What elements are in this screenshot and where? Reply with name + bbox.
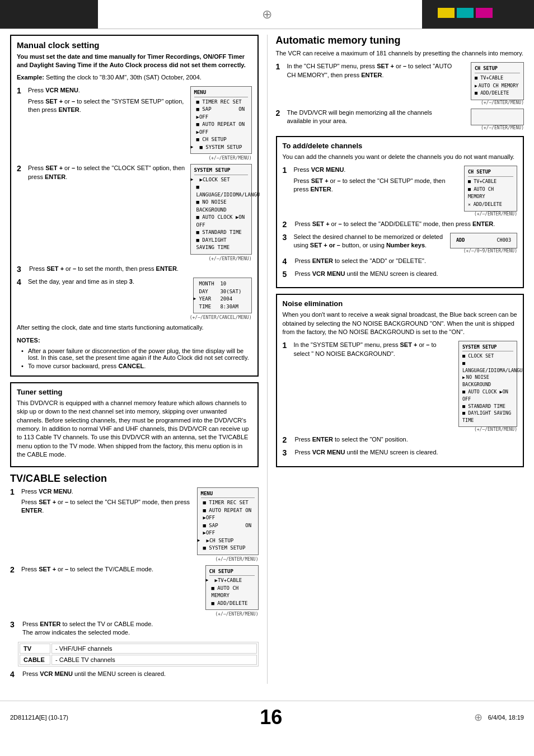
note-1: • After a power failure or disconnection… <box>17 348 252 361</box>
after-clock-text: After setting the clock, date and time s… <box>17 323 252 332</box>
ad-step-5: 5 Press VCR MENU until the MENU screen i… <box>283 270 518 279</box>
ad-step-3: 3 Select the desired channel to be memor… <box>283 233 518 253</box>
menu-screen-2: SYSTEM SETUP ▶CLOCK SET ■ LANGUAGE/IDIOM… <box>190 164 252 255</box>
page-header: ⊕ <box>0 0 534 29</box>
menu-screen-3: MONTH 10 DAY 30(SAT) YEAR 2004 TIME 8:30… <box>193 278 252 313</box>
header-left-bar <box>0 0 98 29</box>
table-row: CABLE - CABLE TV channels <box>20 655 257 665</box>
noise-intro: When you don't want to receive a weak si… <box>283 311 518 336</box>
footer-right-compass: ⊕ <box>474 711 483 724</box>
page-content: Manual clock setting You must set the da… <box>0 29 534 695</box>
add-delete-title: To add/delete channels <box>283 142 518 150</box>
manual-clock-section: Manual clock setting You must set the da… <box>10 35 259 377</box>
ad-step-4: 4 Press ENTER to select the "ADD" or "DE… <box>283 257 518 266</box>
tuner-title: Tuner setting <box>17 388 252 396</box>
notes-section: NOTES: • After a power failure or discon… <box>17 336 252 369</box>
step-1-row: 1 Press VCR MENU. Press SET + or – to se… <box>17 86 252 161</box>
color-yellow <box>438 8 455 18</box>
noise-step-1: 1 In the "SYSTEM SETUP" menu, press SET … <box>283 341 518 432</box>
manual-clock-example: Example: Setting the clock to "8:30 AM",… <box>17 73 252 82</box>
step-2-row: 2 Press SET + or – to select the "CLOCK … <box>17 164 252 261</box>
left-column: Manual clock setting You must set the da… <box>10 35 259 684</box>
auto-memory-section: Automatic memory tuning The VCR can rece… <box>276 35 524 130</box>
menu-enter-2: (+/–/ENTER/MENU) <box>208 256 251 261</box>
tvcable-menu-1: MENU ■ TIMER REC SET ■ AUTO REPEAT ON ▶O… <box>197 487 259 555</box>
column-divider <box>267 35 268 684</box>
menu-enter-1: (+/–/ENTER/MENU) <box>208 156 251 161</box>
note-2: • To move cursor backward, press CANCEL. <box>17 363 252 369</box>
noise-step-3: 3 Press VCR MENU until the MENU screen i… <box>283 448 518 458</box>
noise-title: Noise elimination <box>283 299 518 308</box>
step-1-text: 1 Press VCR MENU. Press SET + or – to se… <box>17 86 186 161</box>
am-step-2: 2 The DVD/VCR will begin memorizing all … <box>276 109 524 130</box>
step-4-row: 4 Set the day, year and time as in step … <box>17 278 252 320</box>
tvcable-step-3: 3 Press ENTER to select the TV or CABLE … <box>10 620 259 638</box>
step-1-menu: MENU ■ TIMER REC SET ■ SAP ON ▶OFF ■ AUT… <box>190 86 252 161</box>
color-black <box>495 8 512 18</box>
tvcable-table: TV - VHF/UHF channels CABLE - CABLE TV c… <box>18 642 259 666</box>
footer-right-text: 6/4/04, 18:19 <box>488 714 524 721</box>
step-1-num: 1 <box>17 86 25 116</box>
tuner-text: This DVD/VCR is equipped with a channel … <box>17 399 252 459</box>
tvcable-title: TV/CABLE selection <box>10 473 259 485</box>
ad-add-screen: ADD CH003 <box>450 233 517 248</box>
step-2-text: 2 Press SET + or – to select the "CLOCK … <box>17 164 186 261</box>
table-row: TV - VHF/UHF channels <box>20 644 257 654</box>
am-step-1: 1 In the "CH SETUP" menu, press SET + or… <box>276 62 524 105</box>
step-4-text: 4 Set the day, year and time as in step … <box>17 278 186 320</box>
manual-clock-title: Manual clock setting <box>17 40 252 50</box>
ad-menu-1: CH SETUP ■ TV+CABLE ■ AUTO CH MEMORY ADD… <box>464 166 517 211</box>
manual-clock-intro: You must set the date and time manually … <box>17 53 252 70</box>
step-2-menu: SYSTEM SETUP ▶CLOCK SET ■ LANGUAGE/IDIOM… <box>190 164 252 261</box>
right-column: Automatic memory tuning The VCR can rece… <box>276 35 524 684</box>
auto-memory-intro: The VCR can receive a maximum of 181 cha… <box>276 49 524 58</box>
color-cyan <box>457 8 474 18</box>
menu-enter-3: (+/–/ENTER/CANCEL/MENU) <box>190 315 252 320</box>
tvcable-section: TV/CABLE selection 1 Press VCR MENU. Pre… <box>10 473 259 680</box>
step-2-num: 2 <box>17 164 25 184</box>
tvcable-step-1: 1 Press VCR MENU. Press SET + or – to se… <box>10 487 259 562</box>
step-3-num: 3 <box>17 265 25 274</box>
am-menu-2 <box>471 109 524 125</box>
page-number: 16 <box>260 706 282 729</box>
compass-icon: ⊕ <box>262 7 272 22</box>
menu-screen-1: MENU ■ TIMER REC SET ■ SAP ON ▶OFF ■ AUT… <box>190 86 252 154</box>
step-4-menu: MONTH 10 DAY 30(SAT) YEAR 2004 TIME 8:30… <box>190 278 252 320</box>
ad-step-2: 2 Press SET + or – to select the "ADD/DE… <box>283 220 518 229</box>
noise-step-2: 2 Press ENTER to select the "ON" positio… <box>283 435 518 445</box>
auto-memory-title: Automatic memory tuning <box>276 35 524 46</box>
footer-left-text: 2D81121A[E] (10-17) <box>10 714 68 721</box>
step-3-row: 3 Press SET + or – to set the month, the… <box>17 265 252 274</box>
add-delete-section: To add/delete channels You can add the c… <box>276 136 524 288</box>
noise-section: Noise elimination When you don't want to… <box>276 294 524 467</box>
step-3-content: Press SET + or – to set the month, then … <box>29 265 252 274</box>
tuner-section: Tuner setting This DVD/VCR is equipped w… <box>10 382 259 467</box>
step-4-num: 4 <box>17 278 25 288</box>
ad-step-1: 1 Press VCR MENU. Press SET + or – to se… <box>283 166 518 216</box>
tvcable-step-2: 2 Press SET + or – to select the TV/CABL… <box>10 565 259 617</box>
add-delete-intro: You can add the channels you want or del… <box>283 153 518 161</box>
tvcable-menu-2: CH SETUP ▶TV+CABLE ■ AUTO CH MEMORY ■ AD… <box>205 565 259 611</box>
tvcable-step-4: 4 Press VCR MENU until the MENU screen i… <box>10 670 259 679</box>
notes-title: NOTES: <box>17 336 252 345</box>
color-magenta <box>476 8 493 18</box>
am-menu-1: CH SETUP ■ TV+CABLE AUTO CH MEMORY ■ ADD… <box>471 62 524 100</box>
color-blocks <box>438 8 512 18</box>
noise-menu-1: SYSTEM SETUP ■ CLOCK SET ■ LANGUAGE/IDIO… <box>458 341 517 427</box>
page-footer: 2D81121A[E] (10-17) 16 ⊕ 6/4/04, 18:19 <box>0 701 534 734</box>
